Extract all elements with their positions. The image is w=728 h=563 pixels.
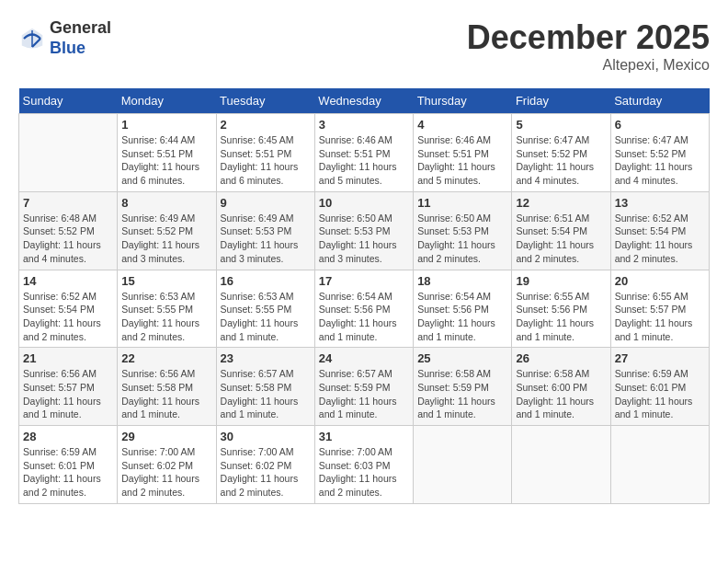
logo-text: General Blue bbox=[50, 18, 111, 58]
day-info: Sunrise: 6:47 AMSunset: 5:52 PMDaylight:… bbox=[615, 133, 705, 188]
day-info: Sunrise: 6:57 AMSunset: 5:59 PMDaylight:… bbox=[319, 367, 409, 421]
page-header: General Blue December 2025 Altepexi, Mex… bbox=[18, 18, 710, 74]
logo-blue: Blue bbox=[50, 39, 111, 59]
day-info: Sunrise: 7:00 AMSunset: 6:02 PMDaylight:… bbox=[121, 445, 211, 500]
calendar-cell: 21Sunrise: 6:56 AMSunset: 5:57 PMDayligh… bbox=[19, 348, 118, 426]
calendar-cell: 30Sunrise: 7:00 AMSunset: 6:02 PMDayligh… bbox=[216, 426, 314, 504]
day-number: 31 bbox=[319, 430, 409, 443]
day-number: 3 bbox=[319, 118, 409, 132]
calendar-cell: 7Sunrise: 6:48 AMSunset: 5:52 PMDaylight… bbox=[19, 191, 118, 270]
weekday-header: Thursday bbox=[414, 88, 512, 114]
calendar-cell: 10Sunrise: 6:50 AMSunset: 5:53 PMDayligh… bbox=[314, 191, 413, 270]
day-number: 30 bbox=[221, 430, 311, 443]
day-info: Sunrise: 6:54 AMSunset: 5:56 PMDaylight:… bbox=[319, 290, 409, 344]
calendar-cell: 23Sunrise: 6:57 AMSunset: 5:58 PMDayligh… bbox=[216, 348, 314, 426]
calendar-cell: 28Sunrise: 6:59 AMSunset: 6:01 PMDayligh… bbox=[19, 426, 118, 504]
day-info: Sunrise: 6:52 AMSunset: 5:54 PMDaylight:… bbox=[23, 290, 113, 344]
calendar-cell: 8Sunrise: 6:49 AMSunset: 5:52 PMDaylight… bbox=[118, 191, 216, 270]
day-number: 8 bbox=[121, 196, 211, 210]
day-info: Sunrise: 6:53 AMSunset: 5:55 PMDaylight:… bbox=[121, 290, 211, 344]
weekday-header: Saturday bbox=[610, 88, 709, 114]
calendar-table: SundayMondayTuesdayWednesdayThursdayFrid… bbox=[18, 88, 710, 504]
day-number: 26 bbox=[516, 351, 606, 365]
day-number: 16 bbox=[221, 274, 311, 288]
day-info: Sunrise: 6:59 AMSunset: 6:01 PMDaylight:… bbox=[615, 367, 705, 421]
logo-general: General bbox=[50, 18, 111, 39]
calendar-cell: 17Sunrise: 6:54 AMSunset: 5:56 PMDayligh… bbox=[314, 270, 413, 348]
day-info: Sunrise: 6:54 AMSunset: 5:56 PMDaylight:… bbox=[417, 290, 507, 344]
calendar-cell: 11Sunrise: 6:50 AMSunset: 5:53 PMDayligh… bbox=[414, 191, 512, 270]
calendar-cell: 27Sunrise: 6:59 AMSunset: 6:01 PMDayligh… bbox=[610, 348, 709, 426]
day-info: Sunrise: 6:58 AMSunset: 5:59 PMDaylight:… bbox=[417, 367, 507, 421]
calendar-week-row: 1Sunrise: 6:44 AMSunset: 5:51 PMDaylight… bbox=[19, 114, 710, 192]
day-info: Sunrise: 6:51 AMSunset: 5:54 PMDaylight:… bbox=[516, 212, 606, 266]
calendar-cell: 13Sunrise: 6:52 AMSunset: 5:54 PMDayligh… bbox=[610, 191, 709, 270]
day-number: 17 bbox=[319, 274, 409, 288]
day-number: 18 bbox=[417, 274, 507, 288]
day-info: Sunrise: 6:50 AMSunset: 5:53 PMDaylight:… bbox=[417, 212, 507, 266]
calendar-cell: 12Sunrise: 6:51 AMSunset: 5:54 PMDayligh… bbox=[512, 191, 610, 270]
calendar-cell bbox=[512, 426, 610, 504]
day-number: 13 bbox=[615, 196, 705, 210]
weekday-header: Friday bbox=[512, 88, 610, 114]
calendar-week-row: 28Sunrise: 6:59 AMSunset: 6:01 PMDayligh… bbox=[19, 426, 710, 504]
day-number: 28 bbox=[23, 430, 113, 443]
day-info: Sunrise: 6:57 AMSunset: 5:58 PMDaylight:… bbox=[221, 367, 311, 421]
calendar-cell: 5Sunrise: 6:47 AMSunset: 5:52 PMDaylight… bbox=[512, 114, 610, 192]
day-info: Sunrise: 6:46 AMSunset: 5:51 PMDaylight:… bbox=[319, 133, 409, 188]
day-number: 5 bbox=[516, 118, 606, 132]
weekday-header: Sunday bbox=[19, 88, 118, 114]
calendar-cell bbox=[19, 114, 118, 192]
day-info: Sunrise: 6:56 AMSunset: 5:58 PMDaylight:… bbox=[121, 367, 211, 421]
title-section: December 2025 Altepexi, Mexico bbox=[467, 18, 710, 74]
calendar-cell: 24Sunrise: 6:57 AMSunset: 5:59 PMDayligh… bbox=[314, 348, 413, 426]
calendar-cell: 14Sunrise: 6:52 AMSunset: 5:54 PMDayligh… bbox=[19, 270, 118, 348]
day-info: Sunrise: 6:55 AMSunset: 5:56 PMDaylight:… bbox=[516, 290, 606, 344]
day-number: 4 bbox=[417, 118, 507, 132]
day-number: 12 bbox=[516, 196, 606, 210]
location: Altepexi, Mexico bbox=[467, 57, 710, 74]
calendar-week-row: 7Sunrise: 6:48 AMSunset: 5:52 PMDaylight… bbox=[19, 191, 710, 270]
calendar-cell: 25Sunrise: 6:58 AMSunset: 5:59 PMDayligh… bbox=[414, 348, 512, 426]
logo-icon bbox=[18, 25, 46, 52]
calendar-cell bbox=[414, 426, 512, 504]
calendar-cell bbox=[610, 426, 709, 504]
calendar-week-row: 14Sunrise: 6:52 AMSunset: 5:54 PMDayligh… bbox=[19, 270, 710, 348]
day-info: Sunrise: 7:00 AMSunset: 6:02 PMDaylight:… bbox=[221, 445, 311, 500]
weekday-header: Wednesday bbox=[314, 88, 413, 114]
day-info: Sunrise: 6:48 AMSunset: 5:52 PMDaylight:… bbox=[23, 212, 113, 266]
logo: General Blue bbox=[18, 18, 111, 58]
day-info: Sunrise: 6:52 AMSunset: 5:54 PMDaylight:… bbox=[615, 212, 705, 266]
calendar-cell: 31Sunrise: 7:00 AMSunset: 6:03 PMDayligh… bbox=[314, 426, 413, 504]
day-number: 25 bbox=[417, 351, 507, 365]
calendar-cell: 9Sunrise: 6:49 AMSunset: 5:53 PMDaylight… bbox=[216, 191, 314, 270]
day-number: 21 bbox=[23, 351, 113, 365]
day-number: 7 bbox=[23, 196, 113, 210]
day-number: 11 bbox=[417, 196, 507, 210]
calendar-week-row: 21Sunrise: 6:56 AMSunset: 5:57 PMDayligh… bbox=[19, 348, 710, 426]
day-info: Sunrise: 7:00 AMSunset: 6:03 PMDaylight:… bbox=[319, 445, 409, 500]
weekday-header: Tuesday bbox=[216, 88, 314, 114]
calendar-cell: 20Sunrise: 6:55 AMSunset: 5:57 PMDayligh… bbox=[610, 270, 709, 348]
day-number: 29 bbox=[121, 430, 211, 443]
day-number: 24 bbox=[319, 351, 409, 365]
day-number: 1 bbox=[121, 118, 211, 132]
calendar-cell: 6Sunrise: 6:47 AMSunset: 5:52 PMDaylight… bbox=[610, 114, 709, 192]
day-info: Sunrise: 6:45 AMSunset: 5:51 PMDaylight:… bbox=[221, 133, 311, 188]
day-info: Sunrise: 6:46 AMSunset: 5:51 PMDaylight:… bbox=[417, 133, 507, 188]
calendar-cell: 29Sunrise: 7:00 AMSunset: 6:02 PMDayligh… bbox=[118, 426, 216, 504]
day-number: 2 bbox=[221, 118, 311, 132]
day-info: Sunrise: 6:56 AMSunset: 5:57 PMDaylight:… bbox=[23, 367, 113, 421]
day-number: 10 bbox=[319, 196, 409, 210]
day-number: 9 bbox=[221, 196, 311, 210]
day-info: Sunrise: 6:49 AMSunset: 5:53 PMDaylight:… bbox=[221, 212, 311, 266]
day-info: Sunrise: 6:59 AMSunset: 6:01 PMDaylight:… bbox=[23, 445, 113, 500]
calendar-cell: 3Sunrise: 6:46 AMSunset: 5:51 PMDaylight… bbox=[314, 114, 413, 192]
day-info: Sunrise: 6:44 AMSunset: 5:51 PMDaylight:… bbox=[121, 133, 211, 188]
day-number: 6 bbox=[615, 118, 705, 132]
calendar-cell: 22Sunrise: 6:56 AMSunset: 5:58 PMDayligh… bbox=[118, 348, 216, 426]
calendar-cell: 1Sunrise: 6:44 AMSunset: 5:51 PMDaylight… bbox=[118, 114, 216, 192]
day-number: 20 bbox=[615, 274, 705, 288]
day-info: Sunrise: 6:53 AMSunset: 5:55 PMDaylight:… bbox=[221, 290, 311, 344]
calendar-cell: 16Sunrise: 6:53 AMSunset: 5:55 PMDayligh… bbox=[216, 270, 314, 348]
